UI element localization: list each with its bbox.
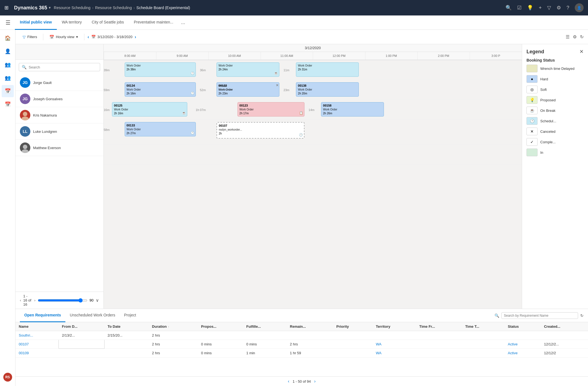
list-item[interactable]: LL Luke Lundgren: [15, 123, 103, 140]
status-link[interactable]: Active: [508, 342, 517, 346]
block-duration: 2h 20m: [298, 92, 357, 96]
block-title: Work Order: [323, 108, 382, 112]
legend-close-icon[interactable]: ✕: [579, 49, 584, 55]
add-icon[interactable]: +: [539, 5, 542, 11]
bottom-pagination-prev-icon[interactable]: ‹: [288, 379, 289, 384]
help-icon[interactable]: ?: [566, 5, 569, 11]
booking-block[interactable]: Work Order 2h 31m: [296, 62, 359, 77]
filter-icon[interactable]: ▽: [547, 5, 551, 11]
booking-block[interactable]: 00134 Work Order 2h 16m 🕐: [125, 82, 196, 97]
bottom-search-icon[interactable]: 🔍: [495, 313, 499, 318]
booking-block[interactable]: 00107 nsdyn_workorder... 2h 🕐 11:30 AM -…: [217, 122, 304, 139]
refresh-board-icon[interactable]: ↻: [580, 34, 584, 39]
waffle-icon[interactable]: ⊞: [4, 5, 9, 11]
booking-block[interactable]: Work Order 2h 38m 🕐: [125, 62, 196, 77]
search-input[interactable]: [29, 65, 97, 69]
secondary-navigation: ☰ Initial public view WA territory City …: [0, 15, 588, 30]
date-navigation: ‹ 📅 3/12/2020 - 3/18/2020 ›: [88, 35, 136, 39]
board-settings-icon[interactable]: ⚙: [573, 34, 577, 39]
search-box[interactable]: 🔍: [19, 63, 100, 71]
block-duration: 2h 38m: [127, 68, 194, 72]
booking-block[interactable]: 00133 Work Order 2h 27m 🕐: [125, 122, 196, 136]
tab-unscheduled-work-orders[interactable]: Unscheduled Work Orders: [65, 309, 120, 322]
avatar: JG: [20, 94, 30, 104]
requirement-name-link[interactable]: 00107: [19, 342, 29, 346]
lightbulb-icon[interactable]: 💡: [527, 5, 533, 11]
tab-wa-territory[interactable]: WA territory: [57, 15, 87, 30]
expand-toggle-icon[interactable]: ∨: [96, 298, 99, 303]
hourly-view-button[interactable]: 📅 Hourly view ▾: [47, 33, 81, 41]
search-icon[interactable]: 🔍: [506, 5, 512, 11]
app-name[interactable]: Dynamics 365 ▾: [14, 5, 50, 11]
tab-project[interactable]: Project: [120, 309, 141, 322]
sidebar-home-icon[interactable]: 🏠: [2, 32, 14, 44]
booking-block[interactable]: 00122 Work Order 2h 23m ✕: [217, 82, 279, 97]
bottom-pagination-next-icon[interactable]: ›: [314, 379, 316, 384]
booking-block[interactable]: Work Order 2h 24m ☕: [217, 62, 279, 77]
app-name-chevron-icon[interactable]: ▾: [49, 6, 50, 10]
sidebar-calendar-icon[interactable]: 📅: [2, 85, 14, 97]
list-view-icon[interactable]: ☰: [566, 34, 570, 39]
user-avatar[interactable]: 👤: [575, 3, 584, 12]
territory-link[interactable]: WA: [376, 351, 381, 355]
list-item[interactable]: Kris Nakamura: [15, 107, 103, 123]
sort-icon[interactable]: ↑: [168, 325, 169, 328]
date-prev-arrow-icon[interactable]: ‹: [88, 35, 89, 39]
close-icon[interactable]: ✕: [276, 83, 279, 88]
cell-status: [504, 331, 541, 340]
settings-icon[interactable]: ⚙: [557, 5, 561, 11]
booking-block[interactable]: 00123 Work Order 2h 17m 📋: [237, 102, 304, 117]
hamburger-icon[interactable]: ☰: [6, 19, 10, 26]
sidebar-user-avatar[interactable]: RS: [3, 373, 12, 382]
requirement-name-link[interactable]: Southri...: [19, 333, 33, 337]
checklist-icon[interactable]: ☑: [517, 5, 522, 11]
refresh-requirements-icon[interactable]: ↻: [580, 313, 584, 318]
zoom-slider: 90 ∨: [38, 298, 99, 303]
zoom-range-input[interactable]: [38, 298, 87, 303]
tab-preventative-maintenance[interactable]: Preventative mainten...: [129, 15, 178, 30]
resource-name: Luke Lundgren: [33, 129, 57, 134]
cell-duration: 2 hrs: [149, 349, 198, 358]
gantt-date-header: 3/12/2020: [104, 44, 522, 52]
breadcrumb-resource-scheduling[interactable]: Resource Scheduling: [54, 6, 90, 10]
to-date-value: 2/15/20...: [108, 333, 122, 337]
sidebar-people-icon[interactable]: 👤: [2, 45, 14, 57]
tab-city-seattle-jobs[interactable]: City of Seattle jobs: [87, 15, 129, 30]
block-number: 00107: [219, 124, 302, 128]
legend-swatch-completed: ✓: [526, 138, 538, 146]
table-row: [104, 145, 522, 165]
filters-button[interactable]: ▽ Filters: [20, 33, 40, 41]
legend-label: Canceled: [540, 129, 555, 134]
gap-label-3: 14m: [309, 108, 314, 112]
cell-time-to: [462, 349, 505, 358]
gap-label: 58m: [104, 128, 109, 131]
booking-block[interactable]: 00125 Work Order 2h 16m ☕: [112, 102, 187, 117]
list-item[interactable]: JG Jorge Gault: [15, 75, 103, 91]
search-requirement-input[interactable]: [504, 314, 576, 318]
sidebar-group-icon[interactable]: 👥: [2, 59, 14, 71]
list-item: ● Hard: [526, 75, 584, 83]
resource-list: JG Jorge Gault JG Joseph Gonsalves: [15, 75, 103, 292]
list-item[interactable]: JG Joseph Gonsalves: [15, 91, 103, 107]
booking-block[interactable]: 00138 Work Order 2h 20m: [296, 82, 359, 97]
svg-point-1: [21, 117, 29, 120]
booking-block[interactable]: 00158 Work Order 2h 26m: [321, 102, 384, 117]
date-next-arrow-icon[interactable]: ›: [135, 35, 136, 39]
pagination-next-icon[interactable]: ›: [34, 298, 35, 302]
list-item[interactable]: Matthew Everson: [15, 140, 103, 156]
territory-link[interactable]: WA: [376, 342, 381, 346]
more-tabs-icon[interactable]: ...: [178, 20, 188, 25]
pagination-prev-icon[interactable]: ‹: [20, 298, 21, 302]
status-link[interactable]: Active: [508, 351, 517, 355]
sidebar-org-icon[interactable]: 👥: [2, 72, 14, 84]
cell-fulfilled: [243, 331, 287, 340]
search-requirement-box[interactable]: [501, 312, 578, 319]
requirement-name-link[interactable]: 00109: [19, 351, 29, 355]
breadcrumb-resource-scheduling-2[interactable]: Resource Scheduling: [95, 6, 132, 10]
block-icon: 📋: [299, 111, 303, 115]
tab-initial-public-view[interactable]: Initial public view: [15, 15, 57, 30]
cell-created: [541, 331, 588, 340]
bottom-pagination: ‹ 1 - 50 of 94 ›: [15, 376, 588, 386]
tab-open-requirements[interactable]: Open Requirements: [20, 309, 65, 322]
sidebar-calendar-2-icon[interactable]: 📅: [2, 98, 14, 110]
